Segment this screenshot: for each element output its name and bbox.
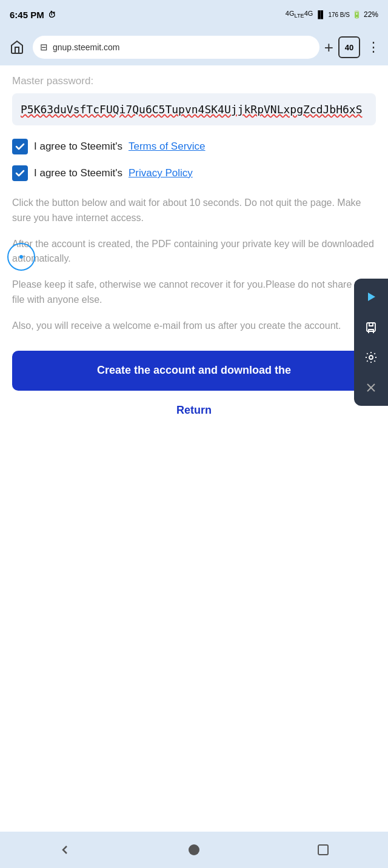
svg-point-2 (369, 356, 373, 359)
return-link[interactable]: Return (176, 404, 212, 417)
add-tab-button[interactable]: + (324, 38, 333, 57)
battery-percent: 22% (364, 10, 378, 19)
recent-apps-button[interactable] (305, 837, 341, 863)
password-value: P5K63duVsfTcFUQi7Qu6C5Tupvn4SK4UjjkRpVNL… (21, 103, 363, 116)
agree-terms-text: I agree to Steemit's (34, 141, 122, 153)
master-password-label: Master password: (12, 75, 376, 87)
bottom-nav (0, 832, 388, 868)
create-account-button-label: Create the account and download the (97, 364, 291, 377)
sidebar-close-button[interactable] (356, 373, 386, 402)
create-account-button[interactable]: Create the account and download the (12, 351, 376, 391)
back-button[interactable] (47, 837, 83, 863)
main-content: Master password: P5K63duVsfTcFUQi7Qu6C5T… (0, 65, 388, 832)
tab-count-button[interactable]: 40 (338, 36, 360, 58)
home-nav-button[interactable] (176, 837, 212, 863)
activity-icon: ⏱ (48, 10, 56, 19)
privacy-agree-row: I agree to Steemit's Privacy Policy (12, 165, 376, 181)
info-section: Click the button below and wait for abou… (12, 196, 376, 334)
svg-point-5 (189, 844, 199, 855)
sidebar-play-button[interactable] (356, 282, 386, 311)
info-paragraph-4: Also, you will receive a welcome e-mail … (12, 319, 376, 334)
home-button[interactable] (6, 36, 28, 58)
url-bar[interactable]: ⊟ gnup.steemit.com (33, 36, 319, 59)
network-icon: 4GLTE4G (286, 10, 313, 19)
tab-count: 40 (345, 43, 353, 52)
cursor-indicator (7, 243, 35, 271)
terms-agree-row: I agree to Steemit's Terms of Service (12, 139, 376, 154)
info-paragraph-2: After the account is created, the PDF co… (12, 237, 376, 267)
battery-icon: 🔋 (352, 10, 361, 19)
time-display: 6:45 PM (10, 10, 44, 20)
more-menu-button[interactable]: ⋮ (365, 36, 382, 58)
privacy-policy-link[interactable]: Privacy Policy (129, 167, 193, 179)
sidebar-settings-button[interactable] (356, 343, 386, 372)
browser-bar: ⊟ gnup.steemit.com + 40 ⋮ (0, 29, 388, 65)
url-text: gnup.steemit.com (53, 42, 120, 52)
agree-privacy-text: I agree to Steemit's (34, 167, 122, 179)
svg-rect-1 (367, 323, 375, 331)
svg-marker-0 (368, 293, 375, 301)
terms-checkbox[interactable] (12, 139, 28, 154)
status-right: 4GLTE4G ▐▌ 176 B/S 🔋 22% (286, 10, 378, 19)
terms-of-service-link[interactable]: Terms of Service (129, 141, 206, 153)
status-bar: 6:45 PM ⏱ 4GLTE4G ▐▌ 176 B/S 🔋 22% (0, 0, 388, 29)
status-time: 6:45 PM ⏱ (10, 10, 56, 20)
return-row: Return (12, 404, 376, 417)
svg-rect-6 (318, 845, 328, 855)
sidebar-save-button[interactable] (356, 313, 386, 342)
signal-icon: ▐▌ (315, 10, 326, 19)
privacy-checkbox[interactable] (12, 165, 28, 181)
info-paragraph-1: Click the button below and wait for abou… (12, 196, 376, 226)
info-paragraph-3: Please keep it safe, otherwise we cannot… (12, 277, 376, 308)
data-speed: 176 B/S (328, 12, 350, 18)
tab-icon: ⊟ (40, 42, 48, 53)
floating-sidebar (354, 279, 388, 406)
password-box[interactable]: P5K63duVsfTcFUQi7Qu6C5Tupvn4SK4UjjkRpVNL… (12, 93, 376, 125)
